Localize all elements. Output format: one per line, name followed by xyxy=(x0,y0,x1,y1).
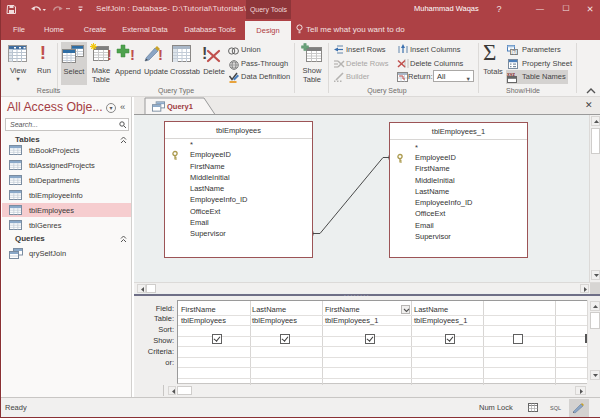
svg-text:!: ! xyxy=(158,46,163,63)
svg-text:!: ! xyxy=(130,46,135,63)
svg-text:[?]: [?] xyxy=(512,49,517,54)
svg-text:!: ! xyxy=(202,45,207,62)
svg-text:!: ! xyxy=(107,47,112,63)
